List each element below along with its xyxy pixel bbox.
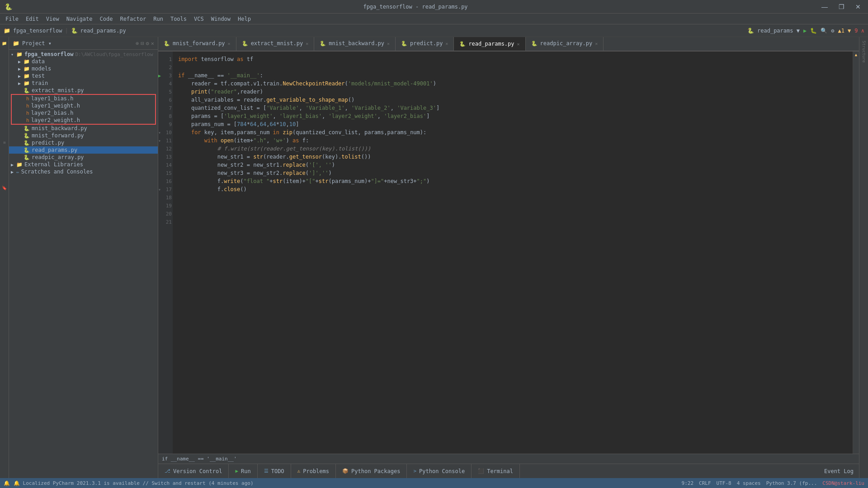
tree-item-predict[interactable]: ▶ 🐍 predict.py xyxy=(9,139,158,146)
code-line-8: params = ['layer1_weight', 'layer1_bias'… xyxy=(178,112,847,120)
tab-close-readparams[interactable]: ✕ xyxy=(517,42,520,47)
tree-item-forward[interactable]: ▶ 🐍 mnist_forward.py xyxy=(9,132,158,139)
gutter-18: 18 xyxy=(158,193,173,202)
tree-arrow-layer1bias: ▶ xyxy=(21,96,26,101)
menu-tools[interactable]: Tools xyxy=(167,15,190,23)
menu-navigate[interactable]: Navigate xyxy=(63,15,96,23)
menu-file[interactable]: File xyxy=(2,15,22,23)
tab-close-readpic[interactable]: ✕ xyxy=(595,41,598,46)
menu-code[interactable]: Code xyxy=(96,15,117,23)
structure-right-icon[interactable]: Structure xyxy=(861,39,867,65)
tree-item-train[interactable]: ▶ 📁 train xyxy=(9,80,158,87)
gutter-14: 14 xyxy=(158,161,173,169)
search-button[interactable]: 🔍 xyxy=(821,28,827,34)
menu-vcs[interactable]: VCS xyxy=(190,15,208,23)
problems-label: Problems xyxy=(303,468,329,474)
event-log-label[interactable]: Event Log xyxy=(824,468,854,474)
backward-py-icon: 🐍 xyxy=(24,126,30,131)
scratches-icon: ✏ xyxy=(16,169,19,175)
tree-settings-icon[interactable]: ⚙ xyxy=(146,40,149,47)
code-line-2 xyxy=(178,63,847,71)
python-packages-label: Python Packages xyxy=(351,468,400,474)
tree-item-layer2weight[interactable]: ▶ h layer2_weight.h xyxy=(12,117,155,124)
menu-view[interactable]: View xyxy=(42,15,63,23)
warnings-count: ▲1 ▼ xyxy=(838,28,851,34)
tree-item-data[interactable]: ▶ 📁 data xyxy=(9,58,158,65)
tab-read-params[interactable]: 🐍 read_params.py ✕ xyxy=(454,37,525,51)
settings-button[interactable]: ⚙ xyxy=(831,28,834,34)
test-label: test xyxy=(32,73,45,79)
menu-refactor[interactable]: Refactor xyxy=(116,15,150,23)
tab-close-backward[interactable]: ✕ xyxy=(387,41,390,46)
bookmarks-icon[interactable]: 🔖 xyxy=(1,183,8,192)
project-tree: ▾ 📁 fpga_tensorflow D:\AWCloud\fpga_tens… xyxy=(9,50,158,478)
tree-item-external[interactable]: ▶ 📁 External Libraries xyxy=(9,161,158,168)
tree-item-test[interactable]: ▶ 📁 test xyxy=(9,72,158,80)
tree-item-readparams[interactable]: ▶ 🐍 read_params.py xyxy=(9,146,158,154)
menu-edit[interactable]: Edit xyxy=(22,15,42,23)
bottom-tab-run[interactable]: ▶ Run xyxy=(229,464,257,478)
menu-run[interactable]: Run xyxy=(150,15,167,23)
maximize-button[interactable]: ❐ xyxy=(836,2,847,11)
ln-9: 9 xyxy=(158,122,172,127)
code-content[interactable]: import tensorflow as tf if __name__ == '… xyxy=(173,52,853,454)
debug-button[interactable]: 🐛 xyxy=(810,28,817,34)
separator: | xyxy=(65,28,68,34)
minimize-button[interactable]: — xyxy=(819,2,830,11)
tree-item-layer1weight[interactable]: ▶ h layer1_weight.h xyxy=(12,102,155,109)
tab-mnist-backward[interactable]: 🐍 mnist_backward.py ✕ xyxy=(314,37,396,51)
locate-icon[interactable]: ⊕ xyxy=(136,40,139,47)
panel-close-icon[interactable]: ✕ xyxy=(151,40,154,47)
run-tab-label: Run xyxy=(241,468,251,474)
bottom-tab-version-control[interactable]: ⎇ Version Control xyxy=(158,464,229,478)
tab-close-predict[interactable]: ✕ xyxy=(445,41,448,46)
app-icon: 🐍 xyxy=(5,3,12,10)
bottom-tab-python-packages[interactable]: 📦 Python Packages xyxy=(336,464,407,478)
run-indicator-3[interactable]: ▶ xyxy=(158,73,161,78)
bottom-tabs: ⎇ Version Control ▶ Run ☰ TODO ⚠ Problem… xyxy=(158,464,520,478)
tab-extract-mnist[interactable]: 🐍 extract_mnist.py ✕ xyxy=(236,37,315,51)
project-tool-icon[interactable]: 📁 xyxy=(1,39,8,47)
fold-11[interactable]: ▾ xyxy=(158,138,161,143)
menu-help[interactable]: Help xyxy=(234,15,255,23)
tree-item-root[interactable]: ▾ 📁 fpga_tensorflow D:\AWCloud\fpga_tens… xyxy=(9,51,158,58)
run-button[interactable]: ▶ xyxy=(803,28,807,34)
tree-arrow-readpic: ▶ xyxy=(18,155,24,160)
toolbar-left: 📁 fpga_tensorflow | 🐍 read_params.py xyxy=(4,28,126,34)
tree-item-models[interactable]: ▶ 📁 models xyxy=(9,65,158,72)
gutter-10: ▾ 10 xyxy=(158,128,173,136)
layer2weight-label: layer2_weight.h xyxy=(31,117,80,123)
side-icons: 📁 ≡ 🔖 xyxy=(0,37,9,478)
bottom-right: Event Log xyxy=(824,468,859,474)
tree-item-scratches[interactable]: ▶ ✏ Scratches and Consoles xyxy=(9,168,158,175)
tree-item-readpic[interactable]: ▶ 🐍 readpic_array.py xyxy=(9,154,158,161)
todo-icon: ☰ xyxy=(264,468,269,474)
tab-readpic[interactable]: 🐍 readpic_array.py ✕ xyxy=(526,37,604,51)
close-button[interactable]: ✕ xyxy=(853,2,863,11)
tree-arrow-train: ▶ xyxy=(18,81,24,86)
project-panel: 📁 Project ▾ ⊕ ⊟ ⚙ ✕ ▾ 📁 fpga_tensorflow … xyxy=(9,37,158,478)
tab-predict[interactable]: 🐍 predict.py ✕ xyxy=(396,37,454,51)
bottom-tab-terminal[interactable]: ⬛ Terminal xyxy=(472,464,520,478)
tab-close-extract[interactable]: ✕ xyxy=(306,41,308,46)
code-line-13: new_str1 = str(reader.get_tensor(key).to… xyxy=(178,153,847,161)
bottom-tab-python-console[interactable]: > Python Console xyxy=(407,464,472,478)
ln-8: 8 xyxy=(158,113,172,119)
menu-window[interactable]: Window xyxy=(208,15,234,23)
tab-close-mnist-forward[interactable]: ✕ xyxy=(228,41,231,46)
tab-mnist-forward[interactable]: 🐍 mnist_forward.py ✕ xyxy=(158,37,236,51)
tab-icon-mnist-forward: 🐍 xyxy=(164,41,170,47)
tree-item-layer2bias[interactable]: ▶ h layer2_bias.h xyxy=(12,109,155,117)
fold-10[interactable]: ▾ xyxy=(158,130,161,135)
collapse-icon[interactable]: ⊟ xyxy=(141,40,144,47)
tree-item-backward[interactable]: ▶ 🐍 mnist_backward.py xyxy=(9,125,158,132)
bottom-tab-problems[interactable]: ⚠ Problems xyxy=(291,464,336,478)
code-line-3: if __name__ == '__main__': xyxy=(178,71,847,80)
code-editor[interactable]: 1 2 ▶ 3 4 5 6 7 8 9 ▾ 10 ▾ 11 xyxy=(158,52,859,454)
readpic-label: readpic_array.py xyxy=(32,154,84,160)
tree-arrow-extract: ▶ xyxy=(18,88,24,93)
structure-icon[interactable]: ≡ xyxy=(1,140,8,145)
tree-item-extract[interactable]: ▶ 🐍 extract_mnist.py xyxy=(9,87,158,94)
bottom-tab-todo[interactable]: ☰ TODO xyxy=(258,464,291,478)
tree-item-layer1bias[interactable]: ▶ h layer1_bias.h xyxy=(12,95,155,102)
